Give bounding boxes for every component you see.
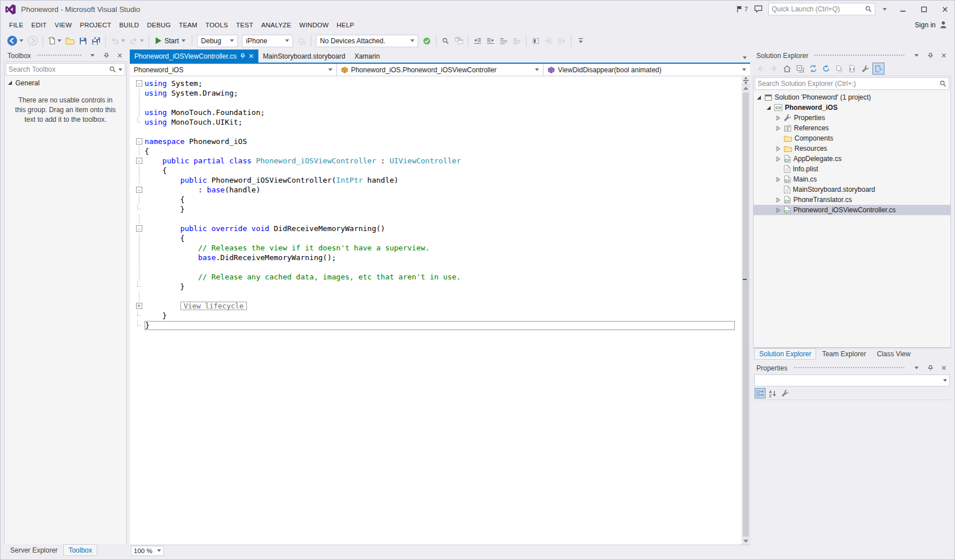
expand-arrow-icon[interactable] [775, 176, 781, 183]
scroll-up-icon[interactable] [743, 87, 748, 90]
navigate-forward-button[interactable] [26, 34, 40, 48]
toolbox-search-input[interactable] [9, 65, 107, 73]
attach-to-process-button[interactable] [295, 34, 308, 48]
platform-dropdown[interactable]: iPhone [242, 35, 293, 47]
scrollbar-thumb[interactable] [743, 93, 749, 537]
type-dropdown[interactable]: Phoneword_iOS.Phoneword_iOSViewControlle… [337, 64, 544, 76]
comment-selection-button[interactable] [497, 34, 510, 48]
properties-menu-button[interactable] [911, 363, 922, 373]
search-options-caret-icon[interactable] [118, 68, 122, 71]
home-button[interactable] [781, 63, 793, 75]
refresh-button[interactable] [820, 63, 832, 75]
tree-item-references[interactable]: References [754, 123, 950, 133]
horizontal-scrollbar[interactable] [166, 547, 748, 555]
collapse-arrow-icon[interactable] [765, 105, 772, 111]
properties-close-button[interactable] [938, 363, 949, 373]
new-file-button[interactable] [46, 34, 63, 48]
member-dropdown[interactable]: ViewDidDisappear(bool animated) [544, 64, 750, 76]
toolbar-options-button[interactable] [574, 34, 587, 48]
toolbox-close-button[interactable] [114, 51, 125, 61]
properties-button[interactable] [859, 63, 871, 75]
collapse-region-icon[interactable]: - [136, 225, 142, 232]
preview-selected-items-button[interactable] [872, 63, 884, 75]
collapse-region-icon[interactable]: - [136, 158, 142, 164]
split-editor-handle[interactable] [742, 76, 750, 85]
panel-tab-toolbox[interactable]: Toolbox [63, 544, 97, 556]
quick-launch[interactable] [768, 3, 875, 15]
maximize-button[interactable] [915, 3, 932, 15]
menu-build[interactable]: BUILD [115, 19, 143, 31]
collapsed-region[interactable]: View lifecycle [180, 302, 247, 310]
menu-test[interactable]: TEST [232, 19, 257, 31]
expand-arrow-icon[interactable] [775, 125, 781, 131]
back-button[interactable] [755, 63, 767, 75]
tab-list-button[interactable] [739, 52, 750, 63]
solution-explorer-close-button[interactable] [938, 51, 949, 61]
tree-item-components[interactable]: Components [754, 133, 950, 143]
menu-debug[interactable]: DEBUG [143, 19, 175, 31]
vertical-scrollbar[interactable] [742, 76, 750, 545]
panel-tab-class-view[interactable]: Class View [872, 348, 916, 360]
navigate-backward-button[interactable] [5, 34, 25, 48]
expand-arrow-icon[interactable] [775, 197, 781, 203]
save-button[interactable] [77, 34, 89, 48]
show-all-files-button[interactable] [833, 63, 845, 75]
sync-with-active-document-button[interactable] [807, 63, 819, 75]
tree-item-phoneword-ios[interactable]: C#Phoneword_iOS [754, 102, 950, 113]
configuration-dropdown[interactable]: Debug [197, 35, 238, 47]
categorized-button[interactable] [755, 388, 765, 398]
next-bookmark-button[interactable] [555, 34, 568, 48]
solution-explorer-pin-button[interactable] [925, 51, 936, 61]
project-dropdown[interactable]: Phoneword_iOS [130, 64, 337, 76]
panel-tab-solution-explorer[interactable]: Solution Explorer [754, 348, 816, 360]
uncomment-selection-button[interactable] [511, 34, 523, 48]
tab-xamarin[interactable]: Xamarin [350, 50, 385, 63]
feedback-button[interactable] [752, 2, 764, 16]
menu-analyze[interactable]: ANALYZE [257, 19, 295, 31]
tree-item-mainstoryboard-storyboard[interactable]: MainStoryboard.storyboard [754, 184, 950, 195]
expand-arrow-icon[interactable] [775, 146, 781, 152]
toolbox-menu-button[interactable] [87, 51, 98, 61]
quick-launch-input[interactable] [772, 5, 863, 13]
menu-project[interactable]: PROJECT [76, 19, 115, 31]
forward-button[interactable] [768, 63, 780, 75]
menu-file[interactable]: FILE [5, 19, 27, 31]
collapse-region-icon[interactable]: - [136, 80, 142, 87]
menu-view[interactable]: VIEW [51, 19, 76, 31]
solution-explorer-search-input[interactable] [758, 80, 937, 88]
tab-phoneword-iosviewcontroller-cs[interactable]: Phoneword_iOSViewController.cs [130, 50, 258, 63]
toolbox-header[interactable]: Toolbox [4, 50, 127, 61]
scroll-down-icon[interactable] [743, 540, 748, 543]
undo-button[interactable] [109, 34, 127, 48]
toggle-bookmark-button[interactable] [529, 34, 542, 48]
solution-explorer-header[interactable]: Solution Explorer [753, 50, 951, 61]
sign-in-button[interactable]: Sign in [908, 20, 954, 29]
quick-launch-options-button[interactable] [879, 4, 890, 14]
code-editor[interactable]: -using System;using System.Drawing;using… [130, 76, 742, 545]
tree-item-main-cs[interactable]: C#Main.cs [754, 174, 950, 184]
menu-team[interactable]: TEAM [175, 19, 201, 31]
zoom-control[interactable]: 100 % [131, 546, 164, 556]
collapse-region-icon[interactable]: - [136, 187, 142, 193]
pin-tab-icon[interactable] [240, 53, 245, 59]
menu-tools[interactable]: TOOLS [201, 19, 232, 31]
open-file-button[interactable] [64, 34, 76, 48]
tree-item-phonetranslator-cs[interactable]: C#PhoneTranslator.cs [754, 195, 950, 205]
tree-item-solution-phoneword-1-project[interactable]: Solution 'Phoneword' (1 project) [754, 92, 950, 102]
minimize-button[interactable] [894, 3, 911, 15]
properties-header[interactable]: Properties [753, 362, 951, 374]
property-pages-button[interactable] [780, 388, 791, 398]
menu-help[interactable]: HELP [333, 19, 359, 31]
ide-windows-button[interactable] [452, 34, 465, 48]
device-status-button[interactable] [421, 34, 433, 48]
properties-pin-button[interactable] [925, 363, 936, 373]
collapse-region-icon[interactable]: - [136, 138, 142, 145]
panel-tab-team-explorer[interactable]: Team Explorer [817, 348, 871, 360]
menu-window[interactable]: WINDOW [295, 19, 333, 31]
close-button[interactable] [936, 3, 953, 15]
tree-item-info-plist[interactable]: Info.plist [754, 164, 950, 174]
decrease-indent-button[interactable] [471, 34, 484, 48]
collapse-arrow-icon[interactable] [756, 94, 762, 101]
toolbox-group-general[interactable]: General [5, 77, 126, 89]
menu-edit[interactable]: EDIT [27, 19, 51, 31]
